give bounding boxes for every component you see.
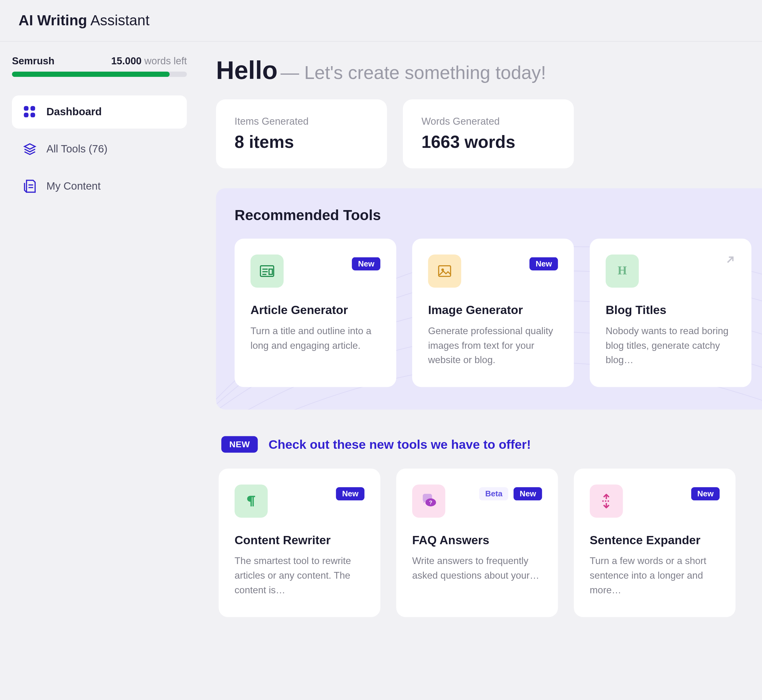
sidebar-item-label: My Content xyxy=(46,180,101,192)
new-pill: NEW xyxy=(221,436,258,452)
tool-description: The smartest tool to rewrite articles or… xyxy=(235,554,365,597)
main-content: Hello — Let's create something today! It… xyxy=(199,42,762,632)
stat-items-generated: Items Generated 8 items xyxy=(216,99,387,168)
app-title: AI Writing Assistant xyxy=(19,12,743,29)
usage-progress-bar xyxy=(12,72,169,77)
new-badge: New xyxy=(352,257,380,270)
open-arrow-icon xyxy=(724,253,737,269)
recommended-title: Recommended Tools xyxy=(235,207,752,224)
sidebar-nav: Dashboard All Tools (76) xyxy=(12,95,187,203)
account-name: Semrush xyxy=(12,55,55,66)
new-badge: New xyxy=(514,487,542,500)
stat-label: Items Generated xyxy=(235,115,369,127)
tools-icon xyxy=(23,142,37,156)
recommended-section: Recommended Tools New xyxy=(216,188,762,409)
tool-description: Write answers to frequently asked questi… xyxy=(412,554,542,583)
tool-card-blog-titles[interactable]: H Blog Titles Nobody wants to read borin… xyxy=(590,239,751,387)
new-tools-section: NEW Check out these new tools we have to… xyxy=(216,436,762,617)
tool-description: Turn a title and outline into a long and… xyxy=(251,324,380,353)
stat-value: 1663 words xyxy=(422,132,555,152)
tool-card-image-generator[interactable]: New Image Generator Generate professiona… xyxy=(412,239,574,387)
tool-card-faq-answers[interactable]: ? Beta New FAQ Answers Write answers to … xyxy=(396,469,558,617)
stats-row: Items Generated 8 items Words Generated … xyxy=(216,99,762,168)
heading-icon: H xyxy=(606,255,639,288)
sidebar-item-label: Dashboard xyxy=(46,106,102,118)
content-icon xyxy=(23,179,37,194)
paragraph-icon xyxy=(235,484,268,518)
tool-description: Turn a few words or a short sentence int… xyxy=(590,554,720,597)
greeting-hello: Hello xyxy=(216,56,278,84)
sidebar-item-dashboard[interactable]: Dashboard xyxy=(12,95,187,129)
tool-title: Content Rewriter xyxy=(235,534,365,548)
svg-rect-2 xyxy=(24,113,28,117)
image-icon xyxy=(428,255,461,288)
svg-rect-3 xyxy=(30,113,35,117)
faq-icon: ? xyxy=(412,484,445,518)
new-tools-header: NEW Check out these new tools we have to… xyxy=(219,436,762,469)
words-left: 15.000 words left xyxy=(111,55,187,66)
sidebar-item-label: All Tools (76) xyxy=(46,143,107,155)
svg-text:H: H xyxy=(618,264,627,277)
sidebar-item-my-content[interactable]: My Content xyxy=(12,170,187,203)
stat-label: Words Generated xyxy=(422,115,555,127)
svg-rect-6 xyxy=(439,266,450,277)
tool-title: Article Generator xyxy=(251,304,380,318)
tool-title: Sentence Expander xyxy=(590,534,720,548)
new-badge: New xyxy=(530,257,558,270)
svg-text:?: ? xyxy=(429,499,433,505)
tool-title: Blog Titles xyxy=(606,304,735,318)
tool-card-sentence-expander[interactable]: New Sentence Expander Turn a few words o… xyxy=(574,469,735,617)
article-icon xyxy=(251,255,284,288)
sidebar-item-all-tools[interactable]: All Tools (76) xyxy=(12,133,187,166)
dashboard-icon xyxy=(23,105,37,119)
new-tools-headline: Check out these new tools we have to off… xyxy=(269,437,531,452)
tool-card-article-generator[interactable]: New Article Generator Turn a title and o… xyxy=(235,239,396,387)
sidebar: Semrush 15.000 words left xyxy=(0,42,199,632)
tool-title: Image Generator xyxy=(428,304,558,318)
usage-widget: Semrush 15.000 words left xyxy=(12,55,187,77)
svg-rect-0 xyxy=(24,106,28,111)
tool-title: FAQ Answers xyxy=(412,534,542,548)
tool-description: Generate professional quality images fro… xyxy=(428,324,558,367)
recommended-cards: New Article Generator Turn a title and o… xyxy=(235,239,752,387)
svg-rect-5 xyxy=(269,269,272,274)
greeting: Hello — Let's create something today! xyxy=(216,56,762,85)
tool-card-content-rewriter[interactable]: New Content Rewriter The smartest tool t… xyxy=(219,469,380,617)
tool-description: Nobody wants to read boring blog titles,… xyxy=(606,324,735,367)
new-badge: New xyxy=(336,487,365,500)
stat-value: 8 items xyxy=(235,132,369,152)
expand-icon xyxy=(590,484,623,518)
svg-rect-1 xyxy=(30,106,35,111)
new-badge: New xyxy=(691,487,720,500)
app-header: AI Writing Assistant xyxy=(0,0,762,42)
greeting-subtitle: — Let's create something today! xyxy=(280,62,546,83)
stat-words-generated: Words Generated 1663 words xyxy=(403,99,574,168)
beta-badge: Beta xyxy=(479,487,508,500)
new-tools-cards: New Content Rewriter The smartest tool t… xyxy=(219,469,762,617)
usage-progress xyxy=(12,72,187,77)
